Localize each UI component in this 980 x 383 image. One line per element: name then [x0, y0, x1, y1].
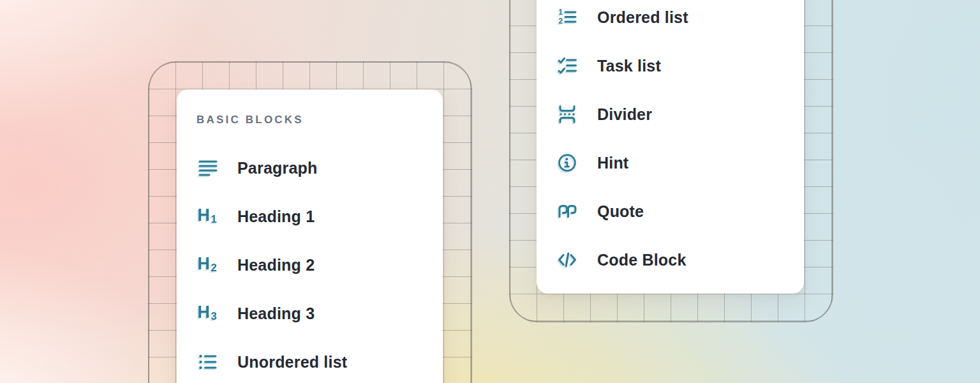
section-label: BASIC BLOCKS [197, 112, 443, 128]
editor-block-menu-illustration: BASIC BLOCKS Paragraph H1 Heading 1 H2 [0, 0, 980, 383]
menu-item-label: Quote [597, 202, 644, 221]
svg-text:1: 1 [558, 8, 563, 17]
menu-item-label: Ordered list [597, 8, 688, 27]
basic-blocks-menu-card: BASIC BLOCKS Paragraph H1 Heading 1 H2 [177, 89, 443, 383]
menu-item-heading-3[interactable]: H3 Heading 3 [177, 289, 443, 338]
menu-item-code-block[interactable]: Code Block [537, 236, 804, 284]
svg-text:2: 2 [558, 17, 563, 26]
unordered-list-icon [197, 352, 218, 372]
menu-item-label: Paragraph [237, 159, 317, 177]
menu-item-heading-2[interactable]: H2 Heading 2 [177, 241, 443, 289]
menu-item-paragraph[interactable]: Paragraph [177, 144, 443, 192]
menu-item-unordered-list[interactable]: Unordered list [177, 338, 443, 383]
menu-item-label: Unordered list [237, 353, 347, 372]
task-list-icon [556, 56, 577, 76]
menu-item-label: Hint [597, 154, 628, 172]
menu-item-label: Heading 2 [237, 256, 315, 274]
menu-item-label: Heading 3 [237, 304, 315, 323]
menu-item-label: Divider [597, 105, 652, 124]
heading-2-icon: H2 [197, 255, 218, 275]
menu-item-heading-1[interactable]: H1 Heading 1 [177, 192, 443, 241]
hint-icon [556, 153, 577, 173]
menu-item-label: Code Block [597, 251, 687, 269]
heading-3-icon: H3 [197, 303, 218, 324]
quote-icon [556, 201, 577, 222]
menu-item-ordered-list[interactable]: 1 2 Ordered list [537, 0, 804, 41]
menu-item-label: Task list [597, 57, 661, 75]
divider-icon [556, 104, 577, 124]
heading-1-icon: H1 [197, 206, 218, 227]
ordered-list-icon: 1 2 [556, 7, 577, 27]
menu-item-label: Heading 1 [237, 207, 315, 226]
menu-item-hint[interactable]: Hint [537, 139, 804, 187]
paragraph-icon [197, 158, 218, 178]
menu-item-task-list[interactable]: Task list [537, 41, 804, 90]
menu-item-quote[interactable]: Quote [537, 187, 804, 236]
menu-item-divider[interactable]: Divider [537, 90, 804, 139]
code-block-icon [556, 250, 577, 270]
blocks-menu-card-2: 1 2 Ordered list Task list [537, 0, 804, 294]
